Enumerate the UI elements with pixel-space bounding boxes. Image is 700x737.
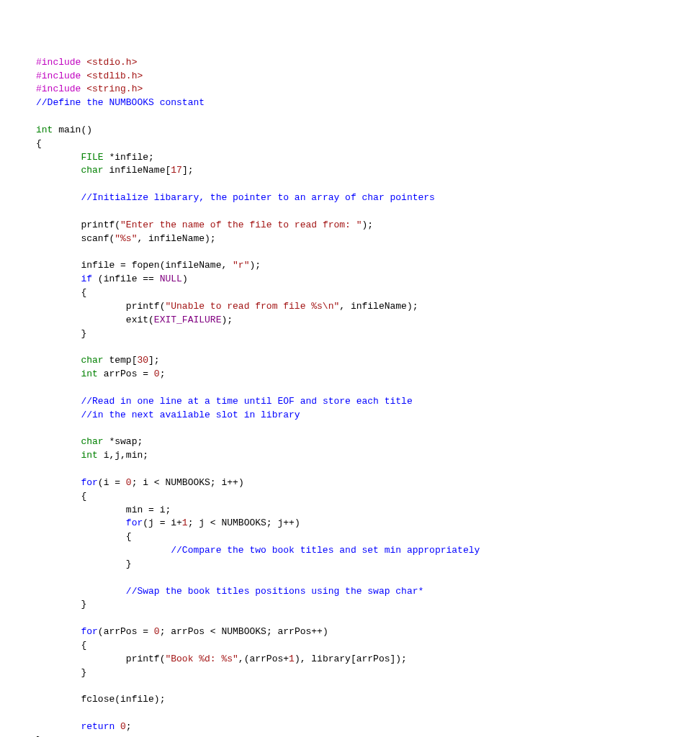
type: int — [81, 368, 97, 379]
literal: 17 — [171, 165, 182, 176]
decl: i,j,min; — [98, 450, 148, 461]
call: printf( — [126, 301, 166, 312]
type: FILE — [81, 152, 103, 163]
literal: 30 — [137, 355, 148, 366]
keyword: for — [81, 626, 97, 637]
cond: (i = — [98, 477, 126, 488]
decl: ]; — [182, 165, 194, 176]
stmt: ; — [126, 721, 132, 732]
type: char — [81, 436, 103, 447]
string: "Unable to read from file %s\n" — [165, 301, 339, 312]
brace: { — [81, 640, 86, 651]
type: int — [81, 450, 97, 461]
code-block: #include <stdio.h> #include <stdlib.h> #… — [36, 56, 671, 737]
keyword: return — [81, 721, 115, 732]
cond: (j = i+ — [143, 517, 182, 528]
preproc: #include — [36, 71, 86, 81]
decl: arrPos = — [98, 368, 154, 379]
decl: *infile; — [104, 152, 154, 163]
stmt: infile = fopen(infileName, — [81, 260, 233, 271]
brace: } — [126, 559, 132, 569]
stmt — [115, 721, 120, 732]
type: char — [81, 165, 103, 176]
string: "r" — [233, 260, 249, 271]
cond: ; i < NUMBOOKS; i++) — [132, 477, 244, 488]
comment: //Swap the book titles positions using t… — [126, 586, 423, 597]
include-target: <stdio.h> — [86, 57, 137, 68]
literal: 0 — [126, 477, 132, 488]
stmt: ); — [249, 260, 261, 271]
comment: //in the next available slot in library — [81, 410, 300, 420]
brace: { — [126, 531, 132, 542]
cond: ; arrPos < NUMBOOKS; arrPos++) — [160, 626, 328, 637]
macro: NULL — [160, 273, 182, 284]
brace: { — [81, 491, 86, 502]
cond: ; j < NUMBOOKS; j++) — [188, 517, 300, 528]
brace: { — [81, 287, 86, 298]
macro: EXIT_FAILURE — [154, 315, 222, 325]
type: int — [36, 125, 53, 135]
call: scanf( — [81, 233, 115, 244]
decl: ; — [160, 368, 166, 379]
brace: } — [81, 599, 86, 610]
preproc: #include — [36, 83, 86, 94]
literal: 0 — [154, 626, 160, 637]
brace: } — [81, 328, 86, 339]
call: , infileName); — [137, 233, 215, 244]
decl: infileName[ — [104, 165, 171, 176]
decl: temp[ — [104, 355, 138, 366]
cond: (infile == — [92, 273, 160, 284]
keyword: for — [126, 517, 143, 528]
brace: { — [36, 138, 42, 149]
call: , infileName); — [339, 301, 418, 312]
call: ); — [362, 220, 374, 230]
comment: //Read in one line at a time until EOF a… — [81, 396, 412, 407]
string: "Enter the name of the file to read from… — [120, 220, 362, 230]
type: char — [81, 355, 103, 366]
comment: //Initialize libarary, the pointer to an… — [81, 192, 434, 203]
preproc: #include — [36, 57, 86, 68]
keyword: for — [81, 477, 97, 488]
literal: 1 — [289, 654, 295, 664]
call: printf( — [81, 220, 120, 230]
call: exit( — [126, 315, 154, 325]
call: printf( — [126, 654, 166, 664]
call: ), library[arrPos]); — [295, 654, 407, 664]
call: ,(arrPos+ — [238, 654, 289, 664]
func-name: main() — [53, 125, 92, 135]
string: "%s" — [115, 233, 137, 244]
include-target: <string.h> — [86, 83, 143, 94]
cond: (arrPos = — [98, 626, 154, 637]
literal: 0 — [120, 721, 126, 732]
literal: 1 — [182, 517, 188, 528]
comment: //Define the NUMBOOKS constant — [36, 97, 205, 108]
string: "Book %d: %s" — [165, 654, 238, 664]
include-target: <stdlib.h> — [86, 71, 143, 81]
decl: ]; — [148, 355, 160, 366]
call: ); — [221, 315, 233, 325]
literal: 0 — [154, 368, 160, 379]
keyword: if — [81, 273, 92, 284]
stmt: min = i; — [126, 505, 171, 515]
cond: ) — [182, 273, 188, 284]
brace: } — [81, 667, 86, 678]
comment: //Compare the two book titles and set mi… — [171, 545, 480, 556]
stmt: fclose(infile); — [81, 694, 165, 705]
decl: *swap; — [104, 436, 143, 447]
